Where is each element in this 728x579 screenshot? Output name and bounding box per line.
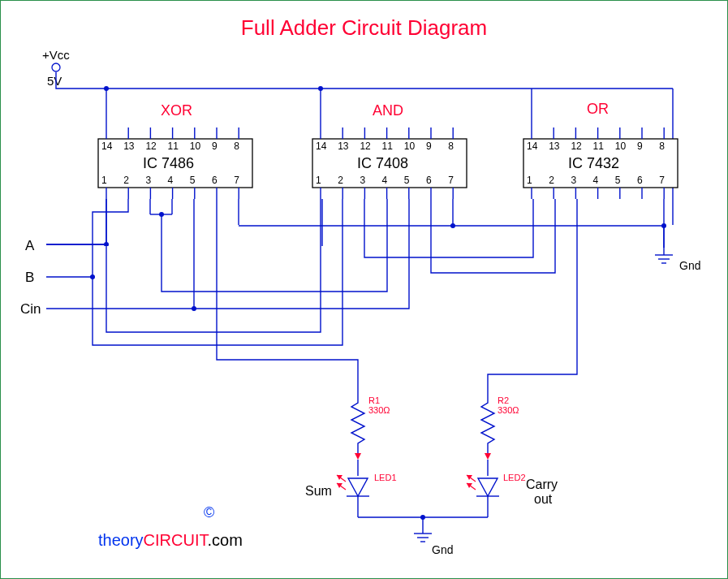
svg-point-43 xyxy=(420,515,425,520)
pin-number: 14 xyxy=(527,140,537,152)
resistor-r2-icon xyxy=(481,395,494,460)
pin-number: 1 xyxy=(101,175,107,186)
pin-number: 12 xyxy=(145,140,156,152)
svg-marker-36 xyxy=(478,478,498,496)
pin-number: 6 xyxy=(637,175,643,186)
pin-number: 14 xyxy=(101,140,112,152)
pin-number: 6 xyxy=(212,175,218,186)
pin-number: 2 xyxy=(123,175,129,186)
pin-number: 13 xyxy=(123,140,134,152)
svg-point-11 xyxy=(450,223,455,228)
led2-icon xyxy=(467,460,499,517)
ic1-label: IC 7486 xyxy=(143,155,194,172)
pin-number: 11 xyxy=(593,140,604,152)
pin-number: 4 xyxy=(382,175,388,186)
pin-number: 2 xyxy=(338,175,343,186)
pin-number: 10 xyxy=(404,140,415,152)
led1-icon xyxy=(337,460,369,517)
pin-number: 7 xyxy=(659,175,665,186)
pin-number: 14 xyxy=(316,140,326,152)
pin-number: 3 xyxy=(145,175,151,186)
pin-number: 9 xyxy=(212,140,218,152)
pin-number: 4 xyxy=(168,175,174,186)
ic3-label: IC 7432 xyxy=(568,155,619,172)
pin-number: 5 xyxy=(615,175,621,186)
svg-point-4 xyxy=(104,86,109,91)
svg-point-5 xyxy=(318,86,323,91)
ground-bottom-icon xyxy=(414,534,432,542)
svg-marker-28 xyxy=(348,478,368,496)
svg-marker-34 xyxy=(337,483,342,488)
svg-marker-26 xyxy=(485,453,491,460)
pin-number: 8 xyxy=(659,140,665,152)
svg-marker-42 xyxy=(467,483,472,488)
pin-number: 12 xyxy=(571,140,581,152)
pin-number: 3 xyxy=(571,175,576,186)
resistor-r1-icon xyxy=(351,395,364,460)
svg-marker-25 xyxy=(355,453,361,460)
pin-number: 11 xyxy=(382,140,393,152)
pin-number: 1 xyxy=(527,175,532,186)
pin-number: 1 xyxy=(316,175,321,186)
pin-number: 11 xyxy=(168,140,179,152)
pin-number: 6 xyxy=(426,175,432,186)
svg-marker-40 xyxy=(467,475,472,480)
ground-icon xyxy=(655,255,673,263)
pin-number: 2 xyxy=(549,175,554,186)
circuit-diagram: Full Adder Circuit Diagram +Vcc 5V XOR A… xyxy=(0,0,728,579)
pin-number: 5 xyxy=(404,175,410,186)
pin-number: 10 xyxy=(190,140,200,152)
pin-number: 8 xyxy=(234,140,239,152)
pin-number: 13 xyxy=(338,140,348,152)
pin-number: 5 xyxy=(190,175,196,186)
pin-number: 10 xyxy=(615,140,626,152)
pin-number: 3 xyxy=(360,175,365,186)
schematic-svg xyxy=(1,1,728,579)
vcc-terminal-icon xyxy=(52,63,60,71)
svg-marker-32 xyxy=(337,475,342,480)
pin-number: 4 xyxy=(593,175,599,186)
svg-rect-18 xyxy=(105,246,324,324)
pin-number: 7 xyxy=(448,175,454,186)
ic2-label: IC 7408 xyxy=(357,155,408,172)
pin-number: 9 xyxy=(637,140,643,152)
pin-number: 7 xyxy=(234,175,239,186)
pin-number: 8 xyxy=(448,140,454,152)
pin-number: 13 xyxy=(549,140,559,152)
pin-number: 12 xyxy=(360,140,370,152)
pin-number: 9 xyxy=(426,140,432,152)
